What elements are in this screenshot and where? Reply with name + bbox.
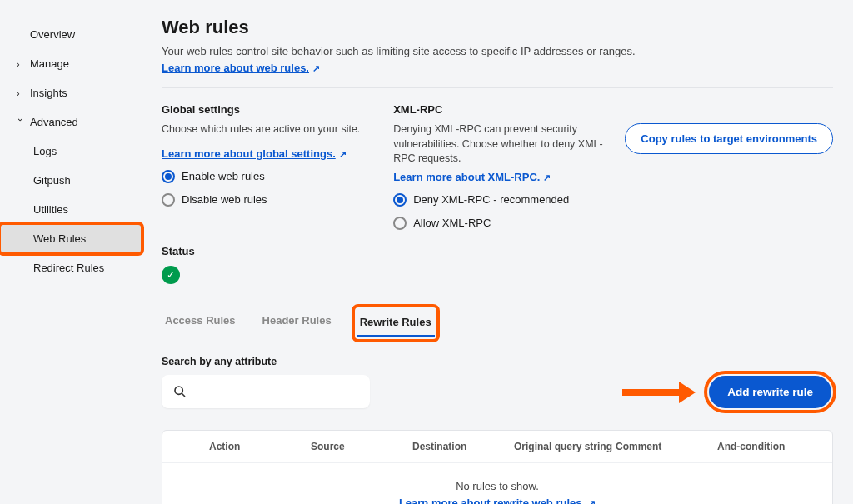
nav-manage-label: Manage xyxy=(30,57,69,70)
xml-desc: Denying XML-RPC can prevent security vul… xyxy=(393,122,605,167)
nav-logs[interactable]: Logs xyxy=(0,137,142,166)
nav-web-rules[interactable]: Web Rules xyxy=(0,224,142,253)
th-and-condition: And-condition xyxy=(717,441,819,452)
rules-table: Action Source Destination Original query… xyxy=(162,430,833,505)
annotation-highlight-sidebar: Web Rules xyxy=(0,224,142,253)
th-action: Action xyxy=(209,441,311,452)
learn-rewrite-label: Learn more about rewrite web rules. xyxy=(399,497,585,505)
status-ok-badge: ✓ xyxy=(162,266,180,284)
radio-deny-xmlrpc[interactable]: Deny XML-RPC - recommended xyxy=(393,193,605,207)
page-title: Web rules xyxy=(162,17,833,38)
external-link-icon: ↗ xyxy=(312,63,320,74)
learn-global-label: Learn more about global settings. xyxy=(162,147,336,160)
svg-point-0 xyxy=(175,387,182,394)
copy-rules-button[interactable]: Copy rules to target environments xyxy=(625,123,833,154)
main-content: Web rules Your web rules control site be… xyxy=(142,0,853,504)
status-label: Status xyxy=(162,245,833,257)
chevron-down-icon: › xyxy=(16,118,26,127)
radio-disable-label: Disable web rules xyxy=(182,193,267,206)
svg-line-1 xyxy=(182,393,185,397)
learn-rewrite-link[interactable]: Learn more about rewrite web rules.↗ xyxy=(399,497,596,505)
nav-manage[interactable]: ›Manage xyxy=(0,49,142,78)
external-link-icon: ↗ xyxy=(588,498,596,505)
annotation-highlight-tab: Rewrite Rules xyxy=(355,307,436,339)
radio-deny-label: Deny XML-RPC - recommended xyxy=(413,193,569,206)
nav-advanced-label: Advanced xyxy=(30,116,78,128)
global-settings-section: Global settings Choose which rules are a… xyxy=(162,103,393,230)
tab-header-rules[interactable]: Header Rules xyxy=(259,307,335,339)
nav-redirect-rules[interactable]: Redirect Rules xyxy=(0,253,142,282)
search-label: Search by any attribute xyxy=(162,356,833,367)
annotation-highlight-add-top: Add rewrite rule xyxy=(707,374,833,410)
check-icon: ✓ xyxy=(167,269,175,281)
radio-enable-label: Enable web rules xyxy=(182,170,265,182)
th-original-query: Original query string xyxy=(514,441,616,452)
empty-state: No rules to show. Learn more about rewri… xyxy=(162,463,832,505)
nav-advanced[interactable]: ›Advanced xyxy=(0,107,142,137)
learn-web-rules-label: Learn more about web rules. xyxy=(162,62,309,74)
tabs: Access Rules Header Rules Rewrite Rules xyxy=(162,307,833,339)
learn-web-rules-link[interactable]: Learn more about web rules.↗ xyxy=(162,62,320,74)
radio-allow-label: Allow XML-RPC xyxy=(413,217,491,229)
th-destination: Destination xyxy=(412,441,514,452)
xmlrpc-section: XML-RPC Denying XML-RPC can prevent secu… xyxy=(393,103,625,230)
learn-global-link[interactable]: Learn more about global settings.↗ xyxy=(162,147,347,160)
radio-allow-xmlrpc[interactable]: Allow XML-RPC xyxy=(393,217,605,230)
radio-icon xyxy=(162,193,175,207)
page-intro: Your web rules control site behavior suc… xyxy=(162,45,833,57)
learn-xml-label: Learn more about XML-RPC. xyxy=(393,171,540,183)
radio-icon xyxy=(393,193,407,207)
radio-enable-web-rules[interactable]: Enable web rules xyxy=(162,170,373,183)
chevron-right-icon: › xyxy=(17,88,25,98)
nav-insights[interactable]: ›Insights xyxy=(0,78,142,107)
table-header: Action Source Destination Original query… xyxy=(162,431,832,463)
add-rewrite-rule-button[interactable]: Add rewrite rule xyxy=(709,376,831,408)
global-title: Global settings xyxy=(162,103,373,116)
empty-message: No rules to show. xyxy=(162,480,832,492)
radio-disable-web-rules[interactable]: Disable web rules xyxy=(162,193,373,207)
copy-rules-col: Copy rules to target environments xyxy=(625,103,833,230)
status-section: Status ✓ xyxy=(162,245,833,284)
tab-access-rules[interactable]: Access Rules xyxy=(162,307,239,339)
radio-icon xyxy=(393,217,407,230)
nav-gitpush[interactable]: Gitpush xyxy=(0,166,142,195)
sidebar: Overview ›Manage ›Insights ›Advanced Log… xyxy=(0,0,142,504)
external-link-icon: ↗ xyxy=(543,172,551,183)
search-icon xyxy=(173,385,187,398)
nav-insights-label: Insights xyxy=(30,87,67,99)
th-comment: Comment xyxy=(616,441,717,452)
th-source: Source xyxy=(311,441,412,452)
chevron-right-icon: › xyxy=(17,59,25,69)
external-link-icon: ↗ xyxy=(339,149,347,160)
nav-overview[interactable]: Overview xyxy=(0,20,142,49)
xml-title: XML-RPC xyxy=(393,103,605,116)
search-input[interactable] xyxy=(162,375,370,408)
global-desc: Choose which rules are active on your si… xyxy=(162,122,373,137)
nav-utilities[interactable]: Utilities xyxy=(0,195,142,224)
annotation-arrow xyxy=(622,384,697,399)
radio-icon xyxy=(162,170,175,183)
learn-xml-link[interactable]: Learn more about XML-RPC.↗ xyxy=(393,171,551,183)
tab-rewrite-rules[interactable]: Rewrite Rules xyxy=(357,309,435,337)
